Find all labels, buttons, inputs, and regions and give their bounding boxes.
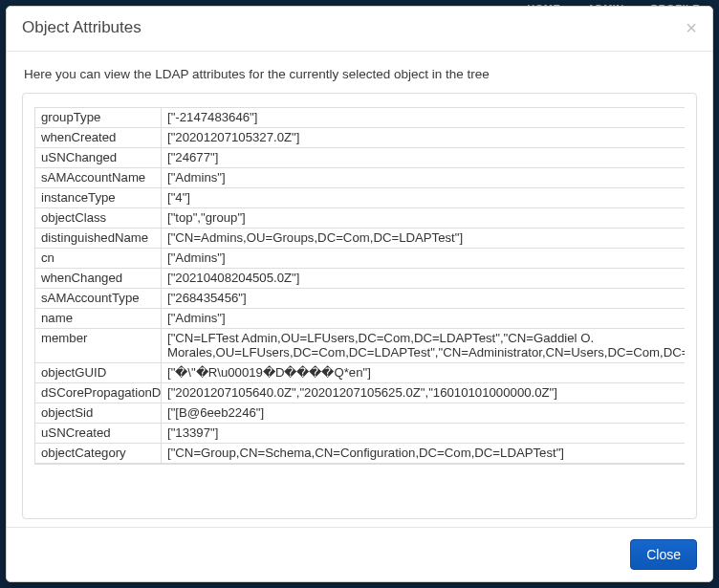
attributes-table: groupType["-2147483646"]whenCreated["202… bbox=[34, 107, 685, 464]
attributes-table-scroll[interactable]: groupType["-2147483646"]whenCreated["202… bbox=[34, 107, 685, 465]
attr-key: name bbox=[35, 309, 162, 329]
attr-value: ["-2147483646"] bbox=[162, 108, 686, 128]
attr-key: instanceType bbox=[35, 188, 162, 208]
table-row: whenChanged["20210408204505.0Z"] bbox=[35, 269, 686, 289]
table-row: objectCategory["CN=Group,CN=Schema,CN=Co… bbox=[35, 444, 686, 464]
table-row: distinguishedName["CN=Admins,OU=Groups,D… bbox=[35, 229, 686, 249]
modal-body: Here you can view the LDAP attributes fo… bbox=[7, 52, 712, 527]
table-row: groupType["-2147483646"] bbox=[35, 108, 686, 128]
attr-key: groupType bbox=[35, 108, 162, 128]
attr-value: ["Admins"] bbox=[162, 168, 686, 188]
table-row: whenCreated["20201207105327.0Z"] bbox=[35, 128, 686, 148]
attr-key: uSNChanged bbox=[35, 148, 162, 168]
attr-key: objectClass bbox=[35, 208, 162, 229]
attr-value: ["20201207105327.0Z"] bbox=[162, 128, 686, 148]
attr-value: ["13397"] bbox=[162, 424, 686, 444]
table-row: cn["Admins"] bbox=[35, 249, 686, 269]
attr-value: ["top","group"] bbox=[162, 208, 686, 229]
attr-key: objectSid bbox=[35, 403, 162, 424]
attr-value: ["�\"�R\u00019�D����Q*en"] bbox=[162, 363, 686, 383]
table-row: uSNCreated["13397"] bbox=[35, 424, 686, 444]
table-row: sAMAccountName["Admins"] bbox=[35, 168, 686, 188]
attr-value: ["24677"] bbox=[162, 148, 686, 168]
attr-value: ["[B@6eeb2246"] bbox=[162, 403, 686, 424]
attr-key: dSCorePropagationData bbox=[35, 383, 162, 403]
attr-value: ["20201207105640.0Z","20201207105625.0Z"… bbox=[162, 383, 686, 403]
modal-header: Object Attributes × bbox=[7, 7, 712, 52]
attr-key: sAMAccountName bbox=[35, 168, 162, 188]
table-row: uSNChanged["24677"] bbox=[35, 148, 686, 168]
attr-value: ["Admins"] bbox=[162, 249, 686, 269]
attr-value: ["268435456"] bbox=[162, 289, 686, 309]
attr-value: ["CN=LFTest Admin,OU=LFUsers,DC=Com,DC=L… bbox=[162, 329, 686, 363]
attr-key: objectCategory bbox=[35, 444, 162, 464]
attr-key: cn bbox=[35, 249, 162, 269]
table-row: objectGUID["�\"�R\u00019�D����Q*en"] bbox=[35, 363, 686, 383]
attr-value: ["CN=Group,CN=Schema,CN=Configuration,DC… bbox=[162, 444, 686, 464]
table-row: member["CN=LFTest Admin,OU=LFUsers,DC=Co… bbox=[35, 329, 686, 363]
attr-key: sAMAccountType bbox=[35, 289, 162, 309]
table-row: sAMAccountType["268435456"] bbox=[35, 289, 686, 309]
attr-value: ["Admins"] bbox=[162, 309, 686, 329]
object-attributes-modal: Object Attributes × Here you can view th… bbox=[6, 6, 713, 582]
modal-title: Object Attributes bbox=[22, 18, 142, 37]
close-icon[interactable]: × bbox=[686, 18, 697, 37]
table-row: instanceType["4"] bbox=[35, 188, 686, 208]
table-row: name["Admins"] bbox=[35, 309, 686, 329]
attributes-panel: groupType["-2147483646"]whenCreated["202… bbox=[22, 93, 697, 519]
attr-value: ["4"] bbox=[162, 188, 686, 208]
attr-value: ["20210408204505.0Z"] bbox=[162, 269, 686, 289]
table-row: dSCorePropagationData["20201207105640.0Z… bbox=[35, 383, 686, 403]
attr-key: uSNCreated bbox=[35, 424, 162, 444]
table-row: objectSid["[B@6eeb2246"] bbox=[35, 403, 686, 424]
attr-value: ["CN=Admins,OU=Groups,DC=Com,DC=LDAPTest… bbox=[162, 229, 686, 249]
modal-footer: Close bbox=[7, 527, 712, 581]
close-button[interactable]: Close bbox=[630, 539, 697, 570]
attr-key: whenChanged bbox=[35, 269, 162, 289]
table-row: objectClass["top","group"] bbox=[35, 208, 686, 229]
attr-key: member bbox=[35, 329, 162, 363]
modal-description: Here you can view the LDAP attributes fo… bbox=[24, 67, 697, 81]
attr-key: distinguishedName bbox=[35, 229, 162, 249]
attr-key: objectGUID bbox=[35, 363, 162, 383]
attr-key: whenCreated bbox=[35, 128, 162, 148]
